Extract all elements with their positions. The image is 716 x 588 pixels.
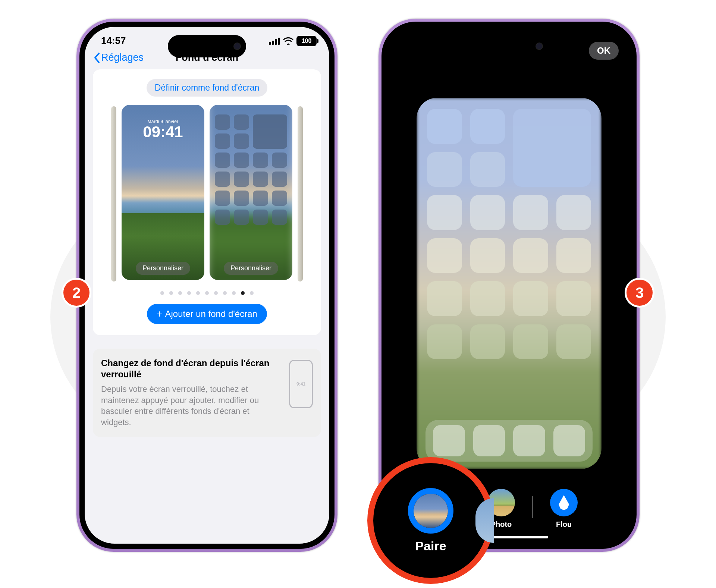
preview-edge-right [298, 106, 303, 282]
blur-option[interactable]: Flou [550, 489, 578, 529]
add-wallpaper-button[interactable]: Ajouter un fond d'écran [147, 304, 267, 324]
info-title: Changez de fond d'écran depuis l'écran v… [101, 358, 282, 380]
color-option-peek [475, 498, 494, 543]
ok-button[interactable]: OK [589, 42, 619, 60]
page-dots[interactable] [97, 291, 317, 295]
step-badge-3: 3 [625, 278, 654, 308]
phone-left: 14:57 100 Réglages [76, 19, 337, 552]
svg-rect-2 [275, 39, 277, 45]
info-panel: Changez de fond d'écran depuis l'écran v… [93, 349, 321, 437]
svg-rect-3 [278, 38, 280, 45]
pair-option[interactable] [408, 488, 453, 534]
svg-rect-1 [272, 41, 274, 45]
home-screen-editor[interactable] [417, 98, 602, 469]
svg-rect-0 [269, 42, 271, 45]
step-badge-2: 2 [62, 278, 91, 308]
customize-lock-button[interactable]: Personnaliser [136, 262, 190, 275]
dynamic-island [168, 35, 246, 57]
cellular-icon [269, 37, 280, 45]
define-wallpaper-button[interactable]: Définir comme fond d'écran [147, 79, 268, 97]
wallpaper-card: Définir comme fond d'écran Mardi 9 janvi… [93, 69, 321, 335]
blur-label: Flou [556, 520, 572, 529]
lock-screen-preview[interactable]: Mardi 9 janvier 09:41 Personnaliser [122, 105, 204, 280]
pair-label: Paire [415, 539, 446, 553]
pair-callout: Paire [367, 457, 494, 584]
home-screen-preview[interactable]: Personnaliser [210, 105, 292, 280]
customize-home-button[interactable]: Personnaliser [224, 262, 278, 275]
preview-edge-left [111, 106, 116, 282]
info-body: Depuis votre écran verrouillé, touchez e… [101, 384, 282, 428]
mini-phone-icon: 9:41 [289, 360, 313, 408]
status-time: 14:57 [101, 35, 126, 47]
dynamic-island [470, 35, 548, 57]
lock-time: 09:41 [122, 124, 204, 140]
wifi-icon [283, 37, 293, 45]
toolbar-separator [532, 496, 533, 518]
blur-icon [550, 489, 578, 516]
dock [425, 420, 593, 462]
battery-icon: 100 [296, 36, 317, 46]
